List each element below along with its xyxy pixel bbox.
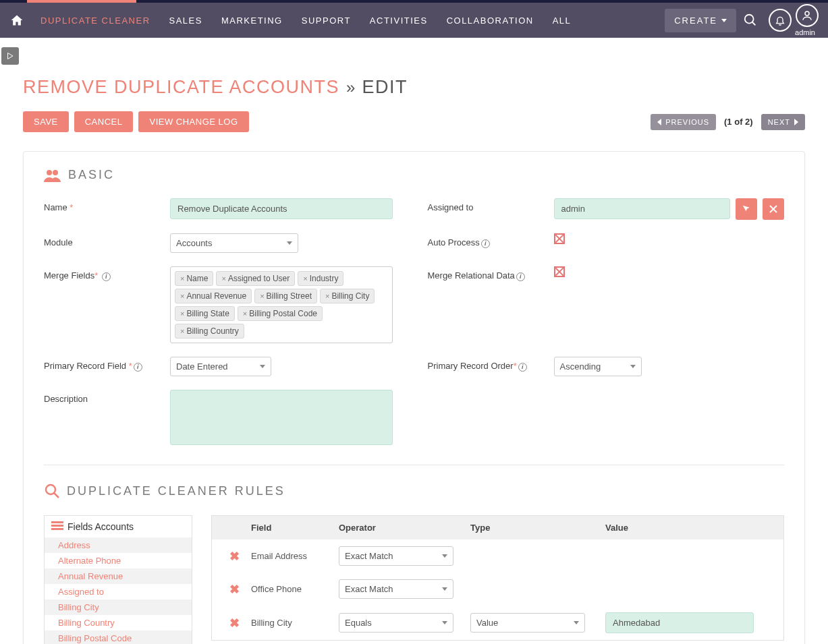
info-icon[interactable]: i bbox=[518, 363, 527, 372]
save-button[interactable]: SAVE bbox=[23, 111, 69, 132]
chevron-down-icon bbox=[287, 241, 292, 245]
merge-tag[interactable]: × Industry bbox=[298, 271, 343, 286]
name-label: Name bbox=[44, 202, 67, 212]
merge-tag[interactable]: × Billing City bbox=[320, 289, 375, 303]
nav-item-support[interactable]: SUPPORT bbox=[292, 16, 360, 26]
merge-tag[interactable]: × Billing Country bbox=[175, 324, 244, 339]
home-icon[interactable] bbox=[5, 13, 31, 27]
primary-record-field-select[interactable]: Date Entered bbox=[170, 357, 271, 376]
pager-status: (1 of 2) bbox=[716, 117, 761, 127]
remove-tag-icon[interactable]: × bbox=[260, 292, 264, 300]
merge-tag[interactable]: × Annual Revenue bbox=[175, 289, 252, 303]
description-field[interactable] bbox=[170, 390, 393, 445]
available-field[interactable]: Billing City bbox=[45, 599, 192, 615]
remove-rule-icon[interactable]: ✖ bbox=[217, 582, 251, 597]
merge-tag[interactable]: × Assigned to User bbox=[216, 271, 295, 286]
rule-row: ✖Office PhoneExact Match bbox=[212, 573, 783, 606]
svg-line-1 bbox=[752, 22, 756, 26]
user-icon[interactable] bbox=[796, 4, 819, 27]
view-changelog-button[interactable]: VIEW CHANGE LOG bbox=[138, 111, 248, 132]
module-label: Module bbox=[44, 237, 73, 247]
name-field[interactable] bbox=[170, 198, 393, 219]
available-field[interactable]: Assigned to bbox=[45, 584, 192, 599]
merge-tag[interactable]: × Billing State bbox=[175, 306, 235, 321]
remove-rule-icon[interactable]: ✖ bbox=[217, 549, 251, 564]
merge-relational-label: Merge Relational Data bbox=[428, 270, 515, 281]
previous-button[interactable]: PREVIOUS bbox=[651, 114, 716, 130]
merge-tag[interactable]: × Billing Street bbox=[254, 289, 317, 303]
merge-tag[interactable]: × Name bbox=[175, 271, 213, 286]
svg-line-8 bbox=[54, 493, 59, 498]
assigned-to-field[interactable] bbox=[554, 198, 731, 219]
current-user-label: admin bbox=[795, 28, 815, 36]
remove-tag-icon[interactable]: × bbox=[180, 274, 184, 283]
assigned-select-icon[interactable] bbox=[736, 198, 757, 220]
operator-select[interactable]: Exact Match bbox=[339, 546, 453, 566]
assigned-clear-icon[interactable] bbox=[763, 198, 784, 220]
remove-tag-icon[interactable]: × bbox=[221, 274, 225, 283]
rule-row: ✖Billing CityEqualsValue bbox=[212, 606, 783, 640]
chevron-down-icon bbox=[630, 365, 636, 368]
nav-item-all[interactable]: ALL bbox=[543, 16, 581, 26]
nav-item-marketing[interactable]: MARKETING bbox=[212, 16, 292, 26]
notifications-icon[interactable] bbox=[769, 9, 792, 32]
available-field[interactable]: Billing Country bbox=[45, 615, 192, 631]
primary-record-order-select[interactable]: Ascending bbox=[554, 357, 642, 376]
remove-rule-icon[interactable]: ✖ bbox=[217, 616, 251, 631]
info-icon[interactable]: i bbox=[481, 239, 490, 248]
rule-value-field[interactable] bbox=[605, 612, 754, 633]
chevron-down-icon bbox=[260, 365, 265, 368]
nav-item-sales[interactable]: SALES bbox=[160, 16, 212, 26]
title-link[interactable]: REMOVE DUPLICATE ACCOUNTS bbox=[23, 77, 339, 98]
create-button[interactable]: CREATE bbox=[665, 9, 736, 32]
play-icon[interactable] bbox=[1, 47, 19, 65]
available-field[interactable]: Alternate Phone bbox=[45, 553, 192, 568]
remove-tag-icon[interactable]: × bbox=[180, 327, 184, 335]
col-type: Type bbox=[470, 523, 605, 533]
top-nav: DUPLICATE CLEANERSALESMARKETINGSUPPORTAC… bbox=[0, 3, 828, 38]
available-field[interactable]: Address bbox=[45, 537, 192, 553]
svg-point-0 bbox=[745, 15, 754, 24]
operator-select[interactable]: Equals bbox=[339, 613, 453, 633]
available-field[interactable]: Annual Revenue bbox=[45, 568, 192, 584]
assigned-to-label: Assigned to bbox=[428, 202, 474, 212]
svg-rect-11 bbox=[51, 528, 63, 530]
rule-row: ✖Email AddressExact Match bbox=[212, 539, 783, 573]
primary-record-field-label: Primary Record Field bbox=[44, 361, 126, 371]
next-button[interactable]: NEXT bbox=[761, 114, 805, 130]
rules-section-header: DUPLICATE CLEANER RULES bbox=[44, 483, 784, 499]
auto-process-checkbox[interactable] bbox=[554, 233, 565, 244]
col-value: Value bbox=[605, 523, 778, 533]
svg-rect-10 bbox=[51, 525, 63, 527]
svg-rect-9 bbox=[51, 521, 63, 523]
svg-point-2 bbox=[805, 11, 809, 16]
info-icon[interactable]: i bbox=[516, 272, 525, 281]
search-icon bbox=[44, 483, 60, 499]
nav-item-activities[interactable]: ACTIVITIES bbox=[360, 16, 437, 26]
merge-tag[interactable]: × Billing Postal Code bbox=[238, 306, 323, 321]
people-icon bbox=[44, 169, 61, 182]
remove-tag-icon[interactable]: × bbox=[303, 274, 307, 283]
nav-item-duplicate-cleaner[interactable]: DUPLICATE CLEANER bbox=[31, 16, 160, 26]
svg-point-4 bbox=[53, 170, 58, 175]
merge-relational-checkbox[interactable] bbox=[554, 266, 565, 277]
svg-point-3 bbox=[47, 170, 52, 175]
module-select[interactable]: Accounts bbox=[170, 233, 298, 253]
search-icon[interactable] bbox=[736, 13, 765, 28]
operator-select[interactable]: Exact Match bbox=[339, 579, 453, 599]
rule-field-label: Office Phone bbox=[251, 584, 339, 594]
fields-panel-title: Fields Accounts bbox=[67, 521, 134, 532]
remove-tag-icon[interactable]: × bbox=[180, 310, 184, 318]
merge-fields-box[interactable]: × Name× Assigned to User× Industry× Annu… bbox=[170, 266, 393, 343]
remove-tag-icon[interactable]: × bbox=[243, 310, 247, 318]
remove-tag-icon[interactable]: × bbox=[325, 292, 329, 300]
type-select[interactable]: Value bbox=[470, 613, 585, 633]
available-field[interactable]: Billing Postal Code bbox=[45, 631, 192, 644]
info-icon[interactable]: i bbox=[134, 363, 142, 372]
rule-field-label: Billing City bbox=[251, 618, 339, 628]
remove-tag-icon[interactable]: × bbox=[180, 292, 184, 300]
cancel-button[interactable]: CANCEL bbox=[74, 111, 134, 132]
svg-point-7 bbox=[46, 485, 55, 494]
nav-item-collaboration[interactable]: COLLABORATION bbox=[437, 16, 543, 26]
info-icon[interactable]: i bbox=[102, 272, 111, 281]
